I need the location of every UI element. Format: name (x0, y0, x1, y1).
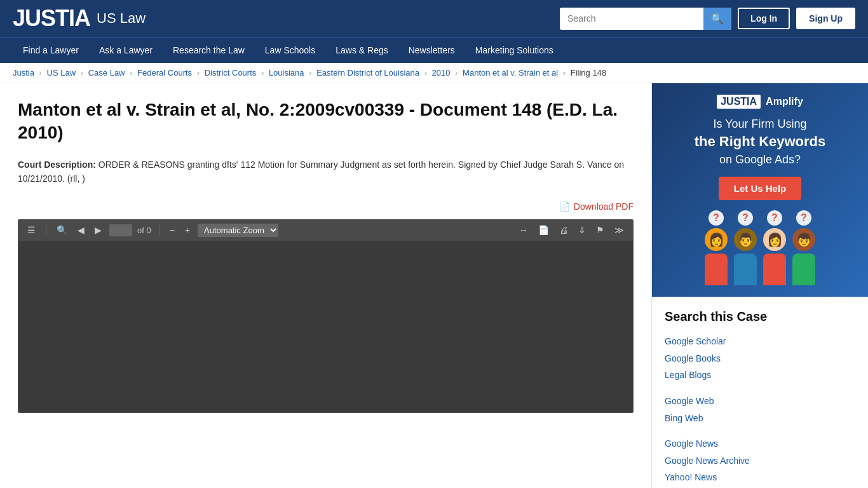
question-3: ? (767, 210, 782, 226)
pdf-sep-2 (159, 224, 159, 236)
ad-cta-button[interactable]: Let Us Help (719, 177, 802, 200)
link-google-web[interactable]: Google Web (665, 393, 855, 410)
search-group-2: Google Web Bing Web (665, 393, 855, 426)
question-4: ? (796, 210, 811, 226)
pdf-zoom-out-btn[interactable]: − (167, 224, 177, 236)
search-button[interactable]: 🔍 (703, 8, 731, 30)
question-1: ? (709, 210, 724, 226)
download-pdf-area: 📄 Download PDF (18, 201, 634, 212)
bc-louisiana[interactable]: Louisiana (269, 68, 304, 78)
court-description-label: Court Description: (18, 159, 96, 170)
search-group-1: Google Scholar Google Books Legal Blogs (665, 333, 855, 384)
pdf-toolbar: ☰ 🔍 ◀ ▶ 0 of 0 − + Automatic Zoom ↔ (18, 220, 633, 241)
ad-logo-area: JUSTIA Amplify (717, 95, 803, 109)
case-title: Manton et al v. Strain et al, No. 2:2009… (18, 98, 634, 145)
bc-district-courts[interactable]: District Courts (205, 68, 257, 78)
pdf-more-btn[interactable]: ≫ (612, 224, 627, 236)
pdf-icon: 📄 (559, 201, 570, 212)
nav-marketing-solutions[interactable]: Marketing Solutions (465, 37, 564, 63)
header-right: 🔍 Log In Sign Up (560, 8, 855, 30)
bc-filing: Filing 148 (571, 68, 606, 78)
nav-law-schools[interactable]: Law Schools (255, 37, 325, 63)
pdf-sep-1 (46, 224, 46, 236)
person-3: ? 👩 (763, 210, 786, 285)
ad-illustration: ? 👩 ? 👨 ? 👩 ? 👦 (705, 210, 815, 285)
sidebar: JUSTIA Amplify Is Your Firm Using the Ri… (652, 83, 868, 488)
person-body-4 (792, 254, 815, 285)
bc-sep-4: › (197, 68, 200, 78)
signup-button[interactable]: Sign Up (796, 8, 855, 29)
ad-headline-bold: the Right Keywords (695, 133, 826, 149)
pdf-body (18, 241, 633, 412)
pdf-fullscreen-btn[interactable]: ↔ (517, 224, 531, 236)
pdf-print-btn[interactable]: 🖨 (557, 224, 571, 236)
header: JUSTIA US Law 🔍 Log In Sign Up (0, 0, 868, 37)
link-google-books[interactable]: Google Books (665, 350, 855, 367)
bc-us-law[interactable]: US Law (47, 68, 76, 78)
person-body-1 (705, 254, 728, 285)
bc-case-law[interactable]: Case Law (88, 68, 125, 78)
link-yahoo-news[interactable]: Yahoo! News (665, 469, 855, 486)
person-head-3: 👩 (763, 228, 786, 251)
pdf-page-of: of 0 (137, 226, 151, 235)
login-button[interactable]: Log In (738, 8, 790, 29)
bc-sep-1: › (39, 68, 42, 78)
link-google-news[interactable]: Google News (665, 435, 855, 452)
bc-case-name[interactable]: Manton et al v. Strain et al (463, 68, 558, 78)
pdf-prev-btn[interactable]: ◀ (75, 224, 87, 236)
person-body-3 (763, 254, 786, 285)
link-google-scholar[interactable]: Google Scholar (665, 333, 855, 350)
court-description-text: ORDER & REASONS granting dfts' 112 Motio… (18, 159, 624, 184)
navbar: Find a Lawyer Ask a Lawyer Research the … (0, 37, 868, 63)
pdf-zoom-in-btn[interactable]: + (182, 224, 193, 236)
pdf-search-btn[interactable]: 🔍 (54, 224, 70, 236)
pdf-download-btn[interactable]: ⇓ (576, 224, 588, 236)
pdf-sidebar-btn[interactable]: ☰ (25, 224, 38, 236)
download-pdf-link[interactable]: 📄 Download PDF (559, 201, 634, 212)
person-head-2: 👨 (734, 228, 757, 251)
pdf-zoom-select[interactable]: Automatic Zoom (198, 224, 278, 237)
nav-research-the-law[interactable]: Research the Law (163, 37, 255, 63)
pdf-bookmark-btn[interactable]: ⚑ (593, 224, 607, 236)
bc-sep-2: › (81, 68, 83, 78)
pdf-spread-btn[interactable]: 📄 (536, 224, 552, 236)
content-area: Manton et al v. Strain et al, No. 2:2009… (0, 83, 868, 488)
bc-justia[interactable]: Justia (13, 68, 34, 78)
logo-justia[interactable]: JUSTIA (13, 5, 90, 32)
bc-sep-7: › (424, 68, 427, 78)
bc-eastern-district[interactable]: Eastern District of Louisiana (316, 68, 419, 78)
link-bing-web[interactable]: Bing Web (665, 410, 855, 427)
person-4: ? 👦 (792, 210, 815, 285)
search-input[interactable] (560, 8, 703, 29)
ad-banner: JUSTIA Amplify Is Your Firm Using the Ri… (652, 83, 868, 297)
link-google-news-archive[interactable]: Google News Archive (665, 452, 855, 470)
pdf-viewer: ☰ 🔍 ◀ ▶ 0 of 0 − + Automatic Zoom ↔ (18, 219, 634, 413)
breadcrumb: Justia › US Law › Case Law › Federal Cou… (0, 63, 868, 83)
search-case-panel: Search this Case Google Scholar Google B… (652, 297, 868, 488)
logo-area: JUSTIA US Law (13, 5, 146, 32)
download-pdf-label: Download PDF (574, 201, 634, 212)
nav-ask-a-lawyer[interactable]: Ask a Lawyer (89, 37, 163, 63)
pdf-next-btn[interactable]: ▶ (92, 224, 104, 236)
nav-newsletters[interactable]: Newsletters (398, 37, 465, 63)
bc-2010[interactable]: 2010 (432, 68, 451, 78)
pdf-page-input[interactable]: 0 (109, 224, 132, 236)
bc-sep-6: › (309, 68, 311, 78)
bc-sep-5: › (261, 68, 264, 78)
ad-headline-1: Is Your Firm Using (713, 118, 806, 130)
link-legal-blogs[interactable]: Legal Blogs (665, 367, 855, 384)
person-1: ? 👩 (705, 210, 728, 285)
question-2: ? (738, 210, 753, 226)
bc-sep-9: › (563, 68, 566, 78)
ad-headline-2: on Google Ads? (719, 153, 801, 166)
person-head-1: 👩 (705, 228, 728, 251)
bc-sep-8: › (455, 68, 458, 78)
search-group-3: Google News Google News Archive Yahoo! N… (665, 435, 855, 486)
ad-headline: Is Your Firm Using the Right Keywords on… (695, 116, 826, 168)
search-box: 🔍 (560, 8, 731, 30)
nav-laws-regs[interactable]: Laws & Regs (325, 37, 398, 63)
search-case-title: Search this Case (665, 309, 855, 324)
bc-sep-3: › (130, 68, 132, 78)
bc-federal-courts[interactable]: Federal Courts (137, 68, 192, 78)
nav-find-a-lawyer[interactable]: Find a Lawyer (13, 37, 89, 63)
